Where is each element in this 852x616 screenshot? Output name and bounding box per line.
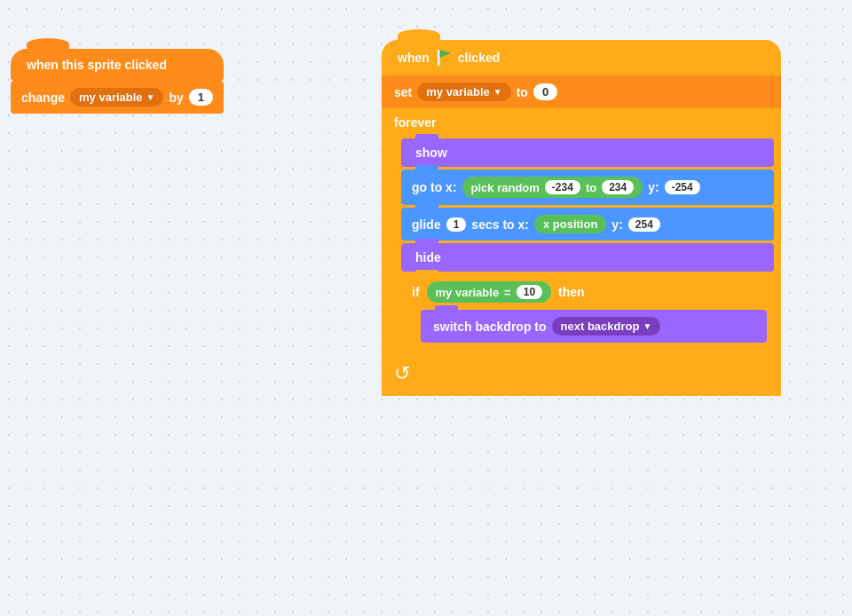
x-position-pill[interactable]: x position: [534, 215, 606, 233]
to-label: to: [517, 85, 528, 99]
left-stack: when this sprite clicked change my varia…: [11, 49, 224, 114]
by-label: by: [169, 91, 183, 105]
change-label: change: [21, 91, 65, 105]
goto-block[interactable]: go to x: pick random -234 to 234 y: -254: [401, 170, 774, 205]
svg-rect-0: [438, 50, 440, 66]
then-label: then: [558, 285, 585, 299]
when-label: when: [398, 51, 430, 65]
y-value2[interactable]: 254: [628, 217, 660, 232]
if-header: if my variable = 10 then: [401, 274, 774, 310]
set-variable-dropdown[interactable]: my variable ▼: [417, 83, 510, 101]
variable-dropdown[interactable]: my variable ▼: [70, 88, 163, 107]
forever-block[interactable]: forever show go to x: pick random -234 t…: [382, 108, 781, 396]
y-value[interactable]: -254: [665, 180, 700, 194]
green-flag-icon: [435, 49, 453, 67]
forever-inner: show go to x: pick random -234 to 234: [401, 138, 774, 357]
forever-label: forever: [382, 108, 781, 137]
switch-label: switch backdrop to: [433, 320, 547, 334]
glide-secs[interactable]: 1: [446, 217, 467, 232]
y-label: y:: [648, 180, 659, 194]
by-value[interactable]: 1: [189, 89, 213, 106]
set-label: set: [394, 85, 412, 99]
hat-label: when this sprite clicked: [27, 58, 167, 72]
show-block[interactable]: show: [401, 138, 774, 167]
if-bottom: [401, 348, 774, 357]
goto-label: go to x:: [412, 180, 457, 194]
pick-random-pill[interactable]: pick random -234 to 234: [462, 177, 643, 198]
hat-when-flag-clicked[interactable]: when clicked: [382, 40, 781, 75]
switch-backdrop-block[interactable]: switch backdrop to next backdrop ▼: [421, 310, 767, 343]
set-value[interactable]: 0: [533, 83, 557, 100]
y-label2: y:: [611, 217, 622, 232]
secs-label: secs to x:: [471, 217, 529, 232]
hide-block[interactable]: hide: [401, 243, 774, 272]
if-block[interactable]: if my variable = 10 then: [401, 274, 774, 357]
if-label: if: [412, 285, 420, 299]
condition-value[interactable]: 10: [517, 285, 542, 299]
random-from[interactable]: -234: [545, 180, 580, 194]
right-stack: when clicked set my variable ▼ to 0 fore…: [382, 40, 781, 396]
clicked-label: clicked: [458, 51, 500, 65]
change-block[interactable]: change my variable ▼ by 1: [11, 81, 224, 114]
next-backdrop-dropdown[interactable]: next backdrop ▼: [552, 317, 661, 336]
glide-label: glide: [412, 217, 441, 232]
set-block[interactable]: set my variable ▼ to 0: [382, 75, 781, 108]
svg-marker-1: [439, 50, 451, 58]
glide-block[interactable]: glide 1 secs to x: x position y: 254: [401, 208, 774, 241]
if-condition[interactable]: my variable = 10: [427, 281, 552, 303]
repeat-arrow: ↺: [382, 359, 781, 387]
random-to[interactable]: 234: [602, 180, 634, 194]
if-inner: switch backdrop to next backdrop ▼: [421, 310, 767, 343]
